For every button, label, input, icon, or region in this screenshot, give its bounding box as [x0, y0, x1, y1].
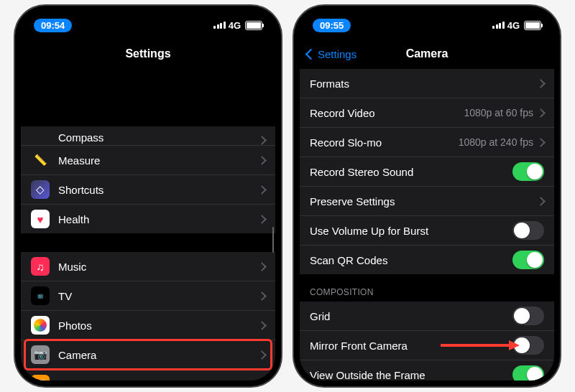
settings-row-shortcuts[interactable]: ◇Shortcuts — [21, 175, 275, 205]
camera-icon: 📷 — [31, 345, 50, 364]
settings-row-books[interactable]: 📖Books — [21, 370, 275, 381]
row-label: Grid — [310, 310, 512, 322]
stereo-toggle[interactable] — [512, 162, 544, 181]
mirror-toggle[interactable] — [512, 336, 544, 355]
network-label: 4G — [229, 20, 241, 31]
status-time: 09:55 — [313, 19, 351, 32]
battery-icon — [245, 21, 262, 30]
chevron-left-icon — [305, 48, 317, 60]
notch — [94, 11, 202, 30]
shortcuts-icon: ◇ — [31, 180, 50, 199]
network-label: 4G — [507, 20, 520, 31]
camera-row-preserve[interactable]: Preserve Settings — [300, 187, 554, 216]
row-label: Measure — [58, 154, 259, 167]
row-label: Shortcuts — [58, 184, 259, 196]
chevron-right-icon — [257, 262, 267, 271]
page-title: Camera — [406, 47, 448, 60]
measure-icon: 📏 — [31, 151, 50, 169]
settings-row-tv[interactable]: 📺TV — [21, 281, 275, 311]
row-label: Mirror Front Camera — [310, 340, 512, 352]
qr-toggle[interactable] — [512, 251, 544, 269]
settings-row-photos[interactable]: Photos — [21, 311, 275, 340]
toggle-knob — [514, 223, 530, 238]
chevron-right-icon — [257, 156, 267, 165]
row-label: TV — [58, 290, 259, 302]
row-label: Photos — [58, 319, 259, 332]
row-label: Music — [58, 261, 259, 273]
burst-toggle[interactable] — [512, 221, 544, 240]
settings-row-music[interactable]: ♫Music — [21, 252, 275, 281]
row-label: Record Stereo Sound — [310, 166, 512, 178]
settings-row-health[interactable]: ♥Health — [21, 205, 275, 233]
camera-row-grid[interactable]: Grid — [300, 302, 554, 331]
camera-row-viewoutside[interactable]: View Outside the Frame — [300, 360, 554, 381]
grid-toggle[interactable] — [512, 307, 544, 325]
row-label: Preserve Settings — [310, 195, 538, 207]
photos-icon — [31, 316, 50, 335]
camera-row-stereo[interactable]: Record Stereo Sound — [300, 157, 554, 187]
row-label: Books — [58, 378, 259, 381]
toggle-knob — [527, 164, 543, 179]
toggle-knob — [514, 337, 530, 353]
status-indicators: 4G — [492, 20, 541, 31]
scrollbar-indicator — [272, 227, 275, 253]
row-label: View Outside the Frame — [310, 369, 512, 381]
phone-right-camera: 09:55 4G Settings Camera FormatsRecord V… — [294, 6, 560, 386]
chevron-right-icon — [257, 350, 267, 360]
camera-row-mirror[interactable]: Mirror Front Camera — [300, 331, 554, 360]
status-indicators: 4G — [213, 20, 262, 31]
back-label: Settings — [318, 48, 356, 60]
viewoutside-toggle[interactable] — [512, 365, 544, 381]
settings-list[interactable]: Compass📏Measure◇Shortcuts♥Health♫Music📺T… — [21, 126, 275, 381]
settings-row-compass[interactable]: Compass — [21, 126, 275, 146]
compass-icon — [31, 126, 50, 144]
signal-icon — [492, 22, 505, 29]
chevron-right-icon — [536, 197, 546, 206]
nav-bar: Settings — [21, 39, 275, 69]
camera-row-formats[interactable]: Formats — [300, 69, 554, 98]
chevron-right-icon — [257, 380, 267, 381]
notch — [373, 11, 481, 30]
toggle-knob — [527, 367, 543, 381]
row-label: Record Slo-mo — [310, 136, 459, 149]
row-detail: 1080p at 240 fps — [459, 136, 533, 148]
toggle-knob — [514, 308, 530, 324]
battery-icon — [524, 21, 541, 30]
row-label: Formats — [310, 78, 538, 90]
page-title: Settings — [125, 47, 170, 60]
row-label: Use Volume Up for Burst — [310, 225, 512, 237]
books-icon: 📖 — [31, 375, 50, 381]
row-label: Compass — [58, 131, 259, 144]
row-label: Record Video — [310, 107, 464, 119]
row-label: Scan QR Codes — [310, 254, 512, 266]
camera-row-qr[interactable]: Scan QR Codes — [300, 246, 554, 274]
settings-row-measure[interactable]: 📏Measure — [21, 146, 275, 175]
row-detail: 1080p at 60 fps — [464, 107, 533, 118]
music-icon: ♫ — [31, 257, 50, 276]
chevron-right-icon — [536, 79, 546, 88]
section-header-composition: COMPOSITION — [300, 274, 554, 302]
row-label: Camera — [58, 349, 259, 361]
back-button[interactable]: Settings — [307, 48, 356, 60]
chevron-right-icon — [536, 108, 546, 118]
chevron-right-icon — [536, 138, 546, 147]
chevron-right-icon — [257, 136, 267, 145]
chevron-right-icon — [257, 185, 267, 195]
chevron-right-icon — [257, 215, 267, 224]
chevron-right-icon — [257, 321, 267, 330]
camera-row-recvideo[interactable]: Record Video1080p at 60 fps — [300, 98, 554, 128]
health-icon: ♥ — [31, 210, 50, 228]
phone-left-settings: 09:54 4G Settings Compass📏Measure◇Shortc… — [15, 6, 281, 386]
chevron-right-icon — [257, 291, 267, 301]
signal-icon — [213, 22, 226, 29]
nav-bar: Settings Camera — [300, 39, 554, 69]
camera-row-burst[interactable]: Use Volume Up for Burst — [300, 216, 554, 246]
toggle-knob — [527, 252, 543, 268]
tv-icon: 📺 — [31, 286, 50, 305]
row-label: Health — [58, 213, 259, 225]
camera-settings-list[interactable]: FormatsRecord Video1080p at 60 fpsRecord… — [300, 69, 554, 381]
status-time: 09:54 — [34, 19, 72, 32]
camera-row-recslomo[interactable]: Record Slo-mo1080p at 240 fps — [300, 128, 554, 157]
settings-row-camera[interactable]: 📷Camera — [21, 340, 275, 370]
